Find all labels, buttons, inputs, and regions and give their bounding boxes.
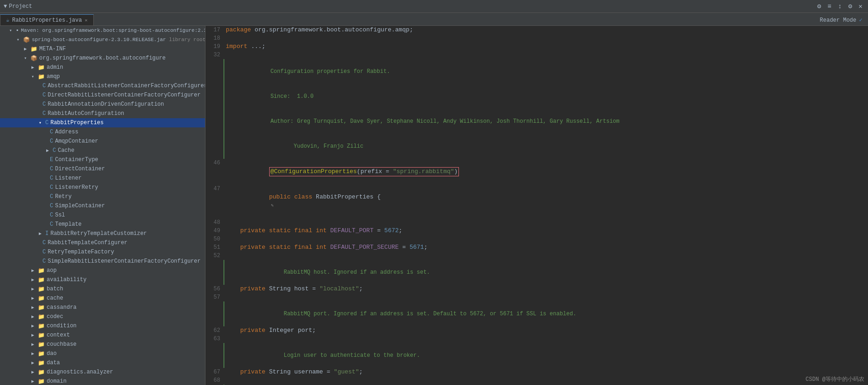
class-icon-simple-rabbit: C bbox=[42, 258, 46, 265]
gear-icon[interactable]: ⚙ bbox=[846, 1, 854, 11]
sidebar-item-domain[interactable]: ▶ 📁 domain bbox=[0, 377, 205, 385]
sidebar-item-direct-rabbit[interactable]: C DirectRabbitListenerContainerFactoryCo… bbox=[0, 90, 205, 100]
watermark: CSDN @等待中的小码农 bbox=[806, 375, 864, 383]
availability-label: availability bbox=[47, 277, 86, 283]
class-icon-container-type: E bbox=[50, 156, 53, 163]
class-icon-rabbit-retry: I bbox=[45, 230, 48, 237]
jar-icon: 📦 bbox=[23, 36, 30, 43]
reader-mode-label: Reader Mode bbox=[820, 17, 856, 24]
code-doc-port: RabbitMQ port. Ignored if an address is … bbox=[205, 301, 868, 326]
sidebar-item-abstract-rabbit[interactable]: C AbstractRabbitListenerContainerFactory… bbox=[0, 81, 205, 90]
code-line-18: 18 bbox=[205, 34, 868, 42]
project-label: ▼ Project bbox=[4, 3, 32, 10]
code-line-63: 63 bbox=[205, 335, 868, 343]
sidebar-item-cache-folder[interactable]: ▶ 📁 cache bbox=[0, 294, 205, 303]
sidebar-item-template[interactable]: C Template bbox=[0, 220, 205, 229]
sidebar-item-rabbit-auto[interactable]: C RabbitAutoConfiguration bbox=[0, 109, 205, 118]
retry-label: Retry bbox=[55, 193, 72, 200]
sidebar-item-aop[interactable]: ▶ 📁 aop bbox=[0, 266, 205, 275]
container-type-label: ContainerType bbox=[55, 156, 98, 163]
maven-root-label: Maven: org.springframework.boot:spring-b… bbox=[21, 28, 205, 33]
sidebar-item-amqp-container[interactable]: C AmqpContainer bbox=[0, 137, 205, 146]
retry-template-factory-label: RetryTemplateFactory bbox=[48, 249, 114, 255]
class-icon-amqp: C bbox=[50, 138, 53, 144]
condition-folder-icon: 📁 bbox=[38, 323, 45, 330]
close-icon[interactable]: ✕ bbox=[857, 1, 864, 11]
codec-label: codec bbox=[47, 313, 63, 320]
sidebar-item-jar[interactable]: ▾ 📦 spring-boot-autoconfigure-2.3.10.REL… bbox=[0, 35, 205, 44]
meta-inf-icon: 📁 bbox=[30, 46, 37, 53]
sidebar-item-retry-template-factory[interactable]: C RetryTemplateFactory bbox=[0, 247, 205, 257]
code-line-57: 57 bbox=[205, 293, 868, 301]
sidebar-item-ssl[interactable]: C Ssl bbox=[0, 211, 205, 220]
codec-folder-icon: 📁 bbox=[38, 313, 45, 320]
amqp-folder-icon: 📁 bbox=[38, 73, 45, 80]
menu-icon[interactable]: ≡ bbox=[826, 2, 833, 11]
sidebar-item-meta-inf[interactable]: ▶ 📁 META-INF bbox=[0, 44, 205, 54]
sidebar-item-admin[interactable]: ▶ 📁 admin bbox=[0, 63, 205, 72]
reader-mode-toggle[interactable]: ✓ bbox=[859, 17, 862, 24]
java-class-icon-2: C bbox=[42, 92, 46, 98]
code-line-32: 32 bbox=[205, 51, 868, 59]
admin-label: admin bbox=[47, 64, 63, 71]
sidebar-item-codec[interactable]: ▶ 📁 codec bbox=[0, 312, 205, 321]
code-line-50: 50 bbox=[205, 235, 868, 243]
sidebar-item-availability[interactable]: ▶ 📁 availability bbox=[0, 275, 205, 284]
sidebar-item-maven-root[interactable]: ▾ ▪ Maven: org.springframework.boot:spri… bbox=[0, 26, 205, 35]
active-tab[interactable]: ☕ RabbitProperties.java ✕ bbox=[0, 14, 94, 25]
class-icon-address: C bbox=[50, 129, 53, 135]
diagnostics-folder-icon: 📁 bbox=[38, 369, 45, 376]
sidebar-item-address[interactable]: C Address bbox=[0, 127, 205, 137]
simple-container-label: SimpleContainer bbox=[55, 203, 105, 209]
sidebar-item-rabbit-retry[interactable]: ▶ I RabbitRetryTemplateCustomizer bbox=[0, 229, 205, 238]
sidebar-item-rabbit-properties[interactable]: ▾ C RabbitProperties bbox=[0, 118, 205, 127]
sidebar-item-context[interactable]: ▶ 📁 context bbox=[0, 331, 205, 340]
availability-folder-icon: 📁 bbox=[38, 277, 45, 283]
code-line-47: 47 public class RabbitProperties { ✎ bbox=[205, 185, 868, 218]
java-class-icon-1: C bbox=[42, 83, 46, 89]
tab-close-icon[interactable]: ✕ bbox=[84, 18, 87, 23]
code-line-17: 17 package org.springframework.boot.auto… bbox=[205, 26, 868, 34]
settings-icon[interactable]: ⚙ bbox=[815, 1, 823, 11]
data-label: data bbox=[47, 360, 60, 366]
sidebar-item-simple-rabbit[interactable]: C SimpleRabbitListenerContainerFactoryCo… bbox=[0, 257, 205, 266]
main-content: ▾ ▪ Maven: org.springframework.boot:spri… bbox=[0, 26, 868, 385]
sidebar-item-data[interactable]: ▶ 📁 data bbox=[0, 358, 205, 367]
sidebar-item-dao[interactable]: ▶ 📁 dao bbox=[0, 349, 205, 358]
tab-bar: ☕ RabbitProperties.java ✕ Reader Mode ✓ bbox=[0, 13, 868, 26]
amqp-container-label: AmqpContainer bbox=[55, 138, 98, 144]
class-icon-listener-retry: C bbox=[50, 184, 53, 191]
sidebar-item-cache[interactable]: ▶ C Cache bbox=[0, 146, 205, 155]
sidebar-item-amqp[interactable]: ▾ 📁 amqp bbox=[0, 72, 205, 81]
sidebar-item-couchbase[interactable]: ▶ 📁 couchbase bbox=[0, 340, 205, 349]
code-line-62: 62 private Integer port; bbox=[205, 326, 868, 335]
expand-icon[interactable]: ↕ bbox=[836, 2, 844, 11]
jar-label: spring-boot-autoconfigure-2.3.10.RELEASE… bbox=[32, 37, 205, 42]
couchbase-folder-icon: 📁 bbox=[38, 341, 45, 348]
sidebar-item-simple-container[interactable]: C SimpleContainer bbox=[0, 201, 205, 211]
sidebar-item-rabbit-template-configurer[interactable]: C RabbitTemplateConfigurer bbox=[0, 238, 205, 247]
code-line-19: 19 import ...; bbox=[205, 42, 868, 51]
sidebar-item-cassandra[interactable]: ▶ 📁 cassandra bbox=[0, 303, 205, 312]
tab-label: RabbitProperties.java bbox=[12, 17, 82, 24]
code-line-68: 68 bbox=[205, 376, 868, 385]
class-icon-listener: C bbox=[50, 175, 53, 181]
sidebar-item-listener-retry[interactable]: C ListenerRetry bbox=[0, 183, 205, 192]
sidebar-item-direct-container[interactable]: C DirectContainer bbox=[0, 164, 205, 174]
java-file-icon: ☕ bbox=[6, 17, 9, 24]
sidebar-item-org-spring[interactable]: ▾ 📦 org.springframework.boot.autoconfigu… bbox=[0, 54, 205, 63]
code-line-51: 51 private static final int DEFAULT_PORT… bbox=[205, 243, 868, 252]
java-class-icon-5: C bbox=[45, 120, 48, 126]
sidebar-item-retry[interactable]: C Retry bbox=[0, 192, 205, 201]
sidebar-item-condition[interactable]: ▶ 📁 condition bbox=[0, 321, 205, 331]
dao-folder-icon: 📁 bbox=[38, 350, 45, 357]
sidebar-item-batch[interactable]: ▶ 📁 batch bbox=[0, 284, 205, 294]
sidebar-item-rabbit-annotation[interactable]: C RabbitAnnotationDrivenConfiguration bbox=[0, 100, 205, 109]
sidebar-item-listener[interactable]: C Listener bbox=[0, 174, 205, 183]
class-icon-retry-factory: C bbox=[42, 249, 46, 255]
sidebar-item-diagnostics[interactable]: ▶ 📁 diagnostics.analyzer bbox=[0, 367, 205, 377]
class-icon-rabbit-template: C bbox=[42, 240, 46, 246]
sidebar-item-container-type[interactable]: E ContainerType bbox=[0, 155, 205, 164]
rabbit-auto-label: RabbitAutoConfiguration bbox=[48, 110, 124, 117]
batch-label: batch bbox=[47, 286, 63, 292]
